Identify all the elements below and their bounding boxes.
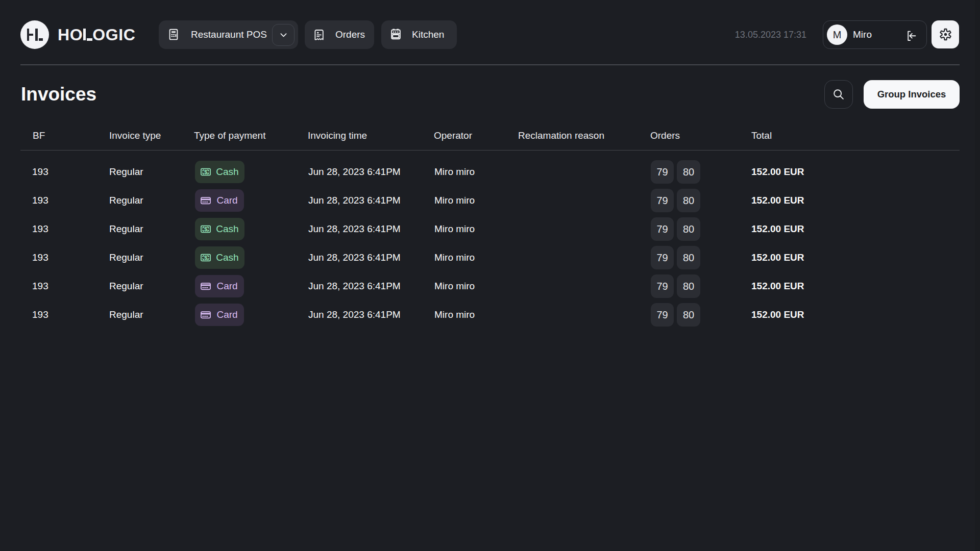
svg-text:$: $ [204,226,207,232]
svg-text:$: $ [204,169,207,175]
svg-text:$: $ [204,255,207,261]
